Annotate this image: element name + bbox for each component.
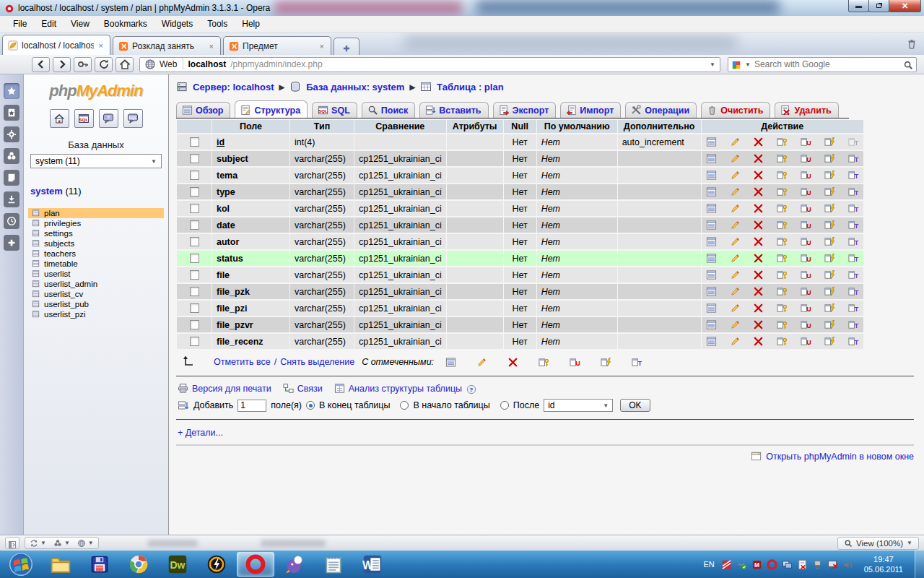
primary-action-icon[interactable] — [539, 357, 549, 368]
unique-action-icon[interactable]: U — [801, 220, 811, 230]
row-checkbox[interactable] — [190, 137, 199, 147]
menu-file[interactable]: File — [6, 17, 34, 31]
drop-action-icon[interactable] — [753, 170, 764, 181]
drop-action-icon[interactable] — [507, 357, 518, 368]
fulltext-action-icon[interactable]: T — [848, 319, 859, 330]
sidebar-table-userlist_cv[interactable]: userlist_cv — [28, 289, 164, 299]
panel-button-bookmarks-manager[interactable] — [4, 105, 19, 121]
minimize-button[interactable]: ▬ — [848, 0, 869, 12]
fulltext-action-icon[interactable]: T — [848, 220, 859, 230]
pma-tab-browse[interactable]: Обзор — [176, 102, 230, 118]
database-link[interactable]: system (11) — [30, 186, 168, 197]
fulltext-action-icon[interactable]: T — [848, 170, 859, 181]
primary-action-icon[interactable] — [777, 186, 788, 197]
change-action-icon[interactable] — [730, 269, 741, 280]
panel-button-bookmarks[interactable] — [4, 83, 19, 99]
browse-action-icon[interactable] — [706, 236, 717, 247]
magnifier-icon[interactable] — [903, 59, 913, 69]
unique-action-icon[interactable]: U — [801, 319, 811, 330]
row-checkbox[interactable] — [190, 270, 199, 280]
language-indicator[interactable]: EN — [703, 560, 714, 569]
primary-action-icon[interactable] — [777, 319, 788, 330]
taskbar-word-button[interactable]: W — [354, 552, 391, 577]
taskbar-opera-button[interactable] — [237, 552, 274, 577]
drop-action-icon[interactable] — [753, 303, 764, 314]
tray-m-app-icon[interactable]: M — [751, 559, 762, 570]
pma-tab-operations[interactable]: Операции — [625, 102, 697, 118]
menu-edit[interactable]: Edit — [34, 17, 64, 31]
url-field[interactable]: Web localhost/phpmyadmin/index.php ▼ — [139, 57, 720, 72]
details-link[interactable]: + Детали... — [178, 428, 914, 438]
search-input[interactable] — [754, 59, 899, 69]
row-checkbox[interactable] — [190, 320, 199, 329]
pma-tab-import[interactable]: Импорт — [560, 102, 621, 118]
fulltext-action-icon[interactable]: T — [848, 137, 859, 147]
row-checkbox[interactable] — [190, 220, 199, 230]
pma-tab-search[interactable]: Поиск — [362, 102, 416, 118]
pma-tab-drop[interactable]: Удалить — [775, 102, 838, 118]
browser-tab[interactable]: Предмет× — [223, 36, 331, 55]
browse-action-icon[interactable] — [706, 253, 717, 264]
drop-action-icon[interactable] — [753, 153, 764, 164]
uncheck-all-link[interactable]: Снять выделение — [280, 357, 354, 367]
unique-action-icon[interactable]: U — [801, 286, 811, 297]
tray-doc-blocked-icon[interactable] — [797, 559, 808, 570]
sidebar-table-settings[interactable]: settings — [28, 228, 164, 238]
change-action-icon[interactable] — [730, 253, 741, 264]
change-action-icon[interactable] — [730, 203, 741, 214]
change-action-icon[interactable] — [730, 236, 741, 247]
web-mode-dropdown[interactable]: Web — [144, 59, 183, 70]
panel-button-add-panel[interactable] — [4, 235, 19, 251]
change-action-icon[interactable] — [730, 170, 741, 181]
taskbar-save-button[interactable] — [81, 552, 118, 577]
unique-action-icon[interactable]: U — [801, 137, 811, 147]
sidebar-table-userlist[interactable]: userlist — [28, 269, 164, 279]
analyze-structure-link[interactable]: Анализ структуры таблицы — [334, 383, 462, 394]
index-action-icon[interactable] — [824, 203, 835, 214]
index-action-icon[interactable] — [824, 236, 835, 247]
close-button[interactable]: ✕ — [889, 0, 921, 12]
drop-action-icon[interactable] — [753, 319, 764, 330]
taskbar-pidgin-button[interactable] — [276, 552, 313, 577]
drop-action-icon[interactable] — [753, 220, 764, 230]
change-action-icon[interactable] — [476, 357, 487, 368]
index-action-icon[interactable] — [824, 319, 835, 330]
browse-action-icon[interactable] — [706, 220, 717, 230]
tray-plug-icon[interactable] — [812, 559, 823, 570]
pma-tab-empty[interactable]: Очистить — [701, 102, 770, 118]
browse-action-icon[interactable] — [706, 186, 717, 197]
browser-tab[interactable]: Розклад занять× — [113, 36, 221, 55]
unique-action-icon[interactable]: U — [801, 336, 811, 347]
back-button[interactable] — [32, 57, 50, 72]
panel-button-widgets[interactable] — [4, 126, 19, 142]
primary-action-icon[interactable] — [777, 336, 788, 347]
browse-action-icon[interactable] — [706, 137, 717, 147]
taskbar-clock[interactable]: 19:47 05.06.2011 — [864, 554, 903, 575]
change-action-icon[interactable] — [730, 220, 741, 230]
tab-close-icon[interactable]: × — [318, 42, 326, 51]
sidebar-table-privilegies[interactable]: privilegies — [28, 218, 164, 228]
start-button[interactable] — [1, 552, 40, 577]
new-tab-button[interactable] — [334, 38, 359, 55]
fulltext-action-icon[interactable]: T — [848, 236, 859, 247]
index-action-icon[interactable] — [824, 170, 835, 181]
change-action-icon[interactable] — [730, 336, 741, 347]
browse-action-icon[interactable] — [445, 357, 456, 368]
fulltext-action-icon[interactable]: T — [848, 336, 859, 347]
closed-tabs-trash-button[interactable] — [905, 36, 919, 52]
row-checkbox[interactable] — [190, 237, 199, 246]
index-action-icon[interactable] — [824, 269, 835, 280]
row-checkbox[interactable] — [190, 171, 199, 180]
panel-button-history[interactable] — [4, 213, 19, 229]
drop-action-icon[interactable] — [753, 137, 764, 147]
zoom-view-button[interactable]: View (100%) ▼ — [837, 537, 919, 550]
unique-action-icon[interactable]: U — [801, 269, 811, 280]
tray-flag-icon[interactable] — [721, 559, 732, 570]
pma-tab-structure[interactable]: Структура — [235, 100, 308, 118]
fulltext-action-icon[interactable]: T — [632, 357, 642, 368]
breadcrumb-link[interactable]: Таблица : plan — [437, 82, 503, 92]
primary-action-icon[interactable] — [777, 220, 788, 230]
panel-button-unite[interactable] — [4, 148, 19, 164]
primary-action-icon[interactable] — [777, 253, 788, 264]
reload-button[interactable] — [95, 57, 113, 72]
